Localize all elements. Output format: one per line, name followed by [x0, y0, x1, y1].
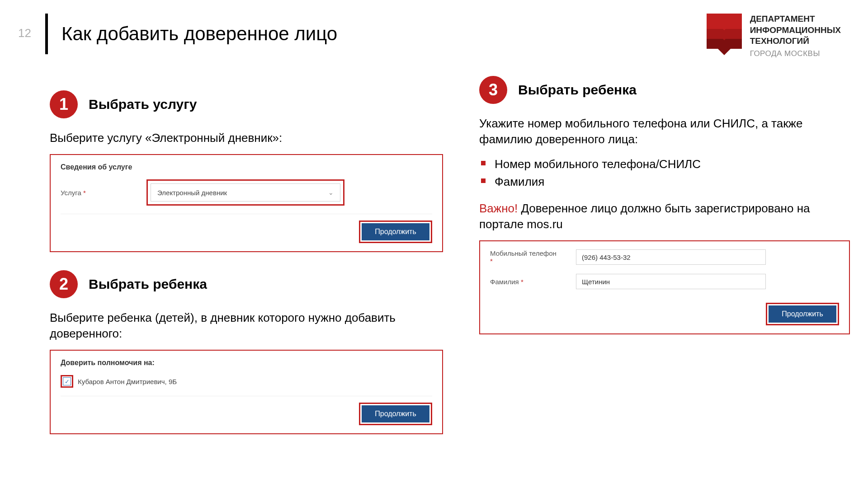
step3-desc: Укажите номер мобильного телефона или СН… — [479, 116, 850, 147]
brand-line2: ИНФОРМАЦИОННЫХ — [750, 25, 841, 36]
important-label: Важно! — [479, 202, 518, 215]
step1-desc: Выберите услугу «Электронный дневник»: — [50, 130, 443, 146]
phone-input-value: (926) 443-53-32 — [582, 253, 631, 261]
step2-panel: Доверить полномочия на: ✓ Кубаров Антон … — [50, 350, 443, 434]
step1-title: Выбрать услугу — [89, 97, 197, 112]
page-number: 12 — [18, 26, 31, 40]
brand-line3: ТЕХНОЛОГИЙ — [750, 36, 841, 47]
important-text: Доверенное лицо должно быть зарегистриро… — [479, 202, 810, 231]
child-checkbox[interactable]: ✓ — [63, 377, 71, 385]
service-dropdown[interactable]: Электронный дневник ⌄ — [151, 183, 340, 202]
step3-badge: 3 — [479, 76, 507, 104]
step1-panel: Сведения об услуге Услуга * Электронный … — [50, 154, 443, 252]
step2-header: 2 Выбрать ребенка — [50, 270, 443, 298]
lastname-field-label: Фамилия * — [490, 278, 558, 286]
step3-important: Важно! Доверенное лицо должно быть зарег… — [479, 201, 850, 232]
phone-input[interactable]: (926) 443-53-32 — [576, 249, 766, 265]
lastname-input[interactable]: Щетинин — [576, 274, 766, 289]
step2-title: Выбрать ребенка — [89, 277, 207, 292]
step2-panel-heading: Доверить полномочия на: — [61, 359, 432, 367]
step1-continue-button[interactable]: Продолжить — [362, 223, 429, 240]
phone-field-label: Мобильный телефон * — [490, 249, 558, 265]
service-dropdown-highlight: Электронный дневник ⌄ — [146, 179, 344, 206]
step3-continue-button[interactable]: Продолжить — [769, 305, 836, 323]
step2-continue-button[interactable]: Продолжить — [362, 405, 429, 422]
service-field-label: Услуга * — [61, 189, 128, 197]
step3-bullets: Номер мобильного телефона/СНИЛС Фамилия — [479, 155, 850, 191]
step3-title: Выбрать ребенка — [518, 82, 637, 98]
step3-panel: Мобильный телефон * (926) 443-53-32 Фами… — [479, 240, 850, 334]
step3-header: 3 Выбрать ребенка — [479, 76, 850, 104]
step2-continue-highlight: Продолжить — [359, 403, 432, 425]
page-title: Как добавить доверенное лицо — [61, 23, 337, 45]
brand-line1: ДЕПАРТАМЕНТ — [750, 14, 841, 25]
title-bar: Как добавить доверенное лицо — [45, 14, 337, 54]
lastname-input-value: Щетинин — [582, 278, 610, 286]
bullet-phone: Номер мобильного телефона/СНИЛС — [495, 155, 850, 173]
logo-shield-icon — [707, 14, 742, 54]
step1-badge: 1 — [50, 90, 78, 118]
brand-line4: ГОРОДА МОСКВЫ — [750, 49, 841, 59]
step1-continue-highlight: Продолжить — [359, 221, 432, 243]
chevron-down-icon: ⌄ — [328, 189, 334, 196]
logo-block: ДЕПАРТАМЕНТ ИНФОРМАЦИОННЫХ ТЕХНОЛОГИЙ ГО… — [707, 14, 841, 59]
child-name: Кубаров Антон Дмитриевич, 9Б — [78, 378, 177, 385]
step2-desc: Выберите ребенка (детей), в дневник кото… — [50, 310, 443, 342]
bullet-lastname: Фамилия — [495, 173, 850, 191]
step2-badge: 2 — [50, 270, 78, 298]
step1-header: 1 Выбрать услугу — [50, 90, 443, 118]
step1-panel-heading: Сведения об услуге — [61, 163, 432, 171]
step3-continue-highlight: Продолжить — [766, 303, 839, 325]
child-checkbox-highlight: ✓ — [61, 375, 73, 388]
service-dropdown-value: Электронный дневник — [157, 189, 227, 197]
child-row: ✓ Кубаров Антон Дмитриевич, 9Б — [61, 375, 432, 388]
